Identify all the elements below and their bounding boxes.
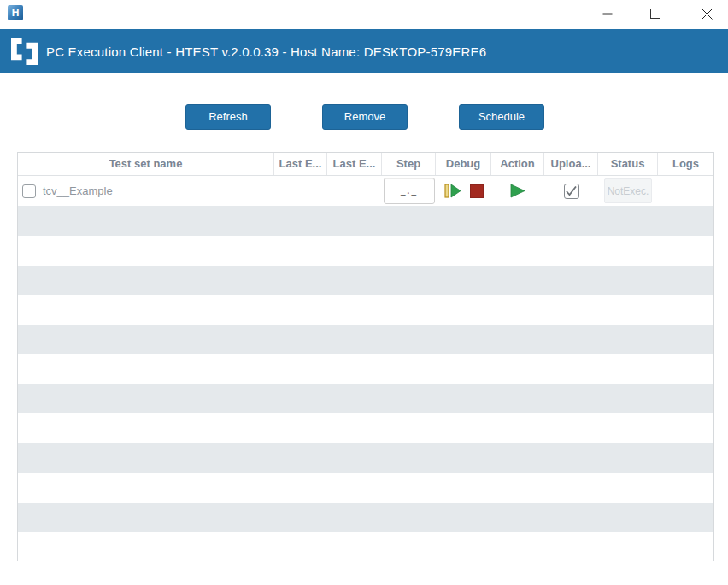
play-icon bbox=[510, 184, 525, 198]
column-header-test-set-name[interactable]: Test set name bbox=[18, 153, 274, 175]
logs-cell bbox=[658, 176, 713, 206]
status-badge: NotExec. bbox=[604, 178, 652, 203]
row-select-checkbox[interactable] bbox=[22, 184, 36, 198]
step-run-icon bbox=[444, 184, 461, 198]
column-header-action[interactable]: Action bbox=[491, 153, 544, 175]
column-header-last-e-1[interactable]: Last E... bbox=[274, 153, 327, 175]
refresh-button[interactable]: Refresh bbox=[185, 104, 271, 130]
maximize-icon bbox=[650, 9, 660, 19]
column-header-last-e-2[interactable]: Last E... bbox=[327, 153, 382, 175]
column-header-debug[interactable]: Debug bbox=[436, 153, 491, 175]
empty-row bbox=[18, 443, 713, 473]
empty-row bbox=[18, 384, 713, 414]
last-e-1-cell bbox=[274, 176, 327, 206]
step-run-button[interactable] bbox=[444, 184, 461, 198]
maximize-button[interactable] bbox=[636, 0, 675, 27]
empty-row bbox=[18, 532, 713, 562]
column-header-status[interactable]: Status bbox=[598, 153, 658, 175]
schedule-button[interactable]: Schedule bbox=[459, 104, 544, 130]
minimize-icon bbox=[602, 9, 613, 19]
empty-row bbox=[18, 503, 713, 533]
close-icon bbox=[702, 9, 713, 20]
column-header-upload[interactable]: Uploa... bbox=[544, 153, 598, 175]
empty-row bbox=[18, 266, 713, 295]
table-header-row: Test set name Last E... Last E... Step D… bbox=[18, 153, 713, 176]
empty-row bbox=[18, 354, 713, 384]
window-title: PC Execution Client - HTEST v.2.0.0.39 -… bbox=[46, 44, 486, 59]
upload-checkbox[interactable] bbox=[564, 184, 579, 199]
app-window: H PC Execution Client - HTEST v.2.0.0.39… bbox=[0, 0, 728, 585]
empty-row bbox=[18, 413, 713, 443]
checkmark-icon bbox=[566, 186, 577, 196]
header-bar: PC Execution Client - HTEST v.2.0.0.39 -… bbox=[0, 29, 728, 73]
column-header-step[interactable]: Step bbox=[382, 153, 436, 175]
table-row: tcv__Example _ . _ bbox=[18, 176, 713, 206]
step-input[interactable]: _ . _ bbox=[384, 178, 435, 204]
run-button[interactable] bbox=[510, 184, 525, 198]
column-header-logs[interactable]: Logs bbox=[658, 153, 713, 175]
stop-button[interactable] bbox=[470, 184, 484, 198]
htest-logo-icon bbox=[10, 38, 38, 65]
test-set-table: Test set name Last E... Last E... Step D… bbox=[17, 152, 714, 561]
test-set-name-label: tcv__Example bbox=[43, 184, 113, 197]
stop-icon bbox=[470, 184, 484, 198]
empty-row bbox=[18, 473, 713, 503]
app-icon: H bbox=[8, 5, 23, 20]
minimize-button[interactable] bbox=[588, 0, 627, 27]
title-bar: H bbox=[0, 0, 728, 29]
last-e-2-cell bbox=[327, 176, 382, 206]
empty-row bbox=[18, 206, 713, 236]
empty-row bbox=[18, 236, 713, 266]
step-mask-right: _ bbox=[411, 186, 417, 196]
close-button[interactable] bbox=[687, 0, 726, 27]
empty-row bbox=[18, 295, 713, 325]
empty-row bbox=[18, 325, 713, 354]
remove-button[interactable]: Remove bbox=[322, 104, 408, 130]
step-mask-dot: . bbox=[408, 186, 411, 196]
step-mask-left: _ bbox=[401, 186, 407, 196]
empty-rows bbox=[18, 206, 713, 562]
